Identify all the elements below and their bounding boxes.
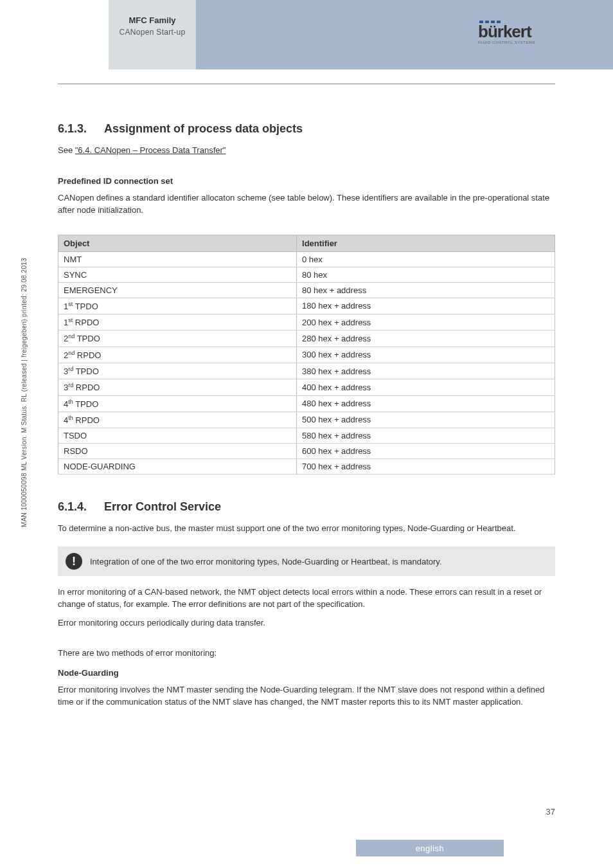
sec614-p1: To determine a non-active bus, the maste… [58, 523, 555, 535]
cell-object: 1st RPDO [58, 314, 297, 330]
section-613-title: Assignment of process data objects [104, 122, 303, 135]
cell-object: 4th TPDO [58, 395, 297, 411]
cell-identifier: 200 hex + address [297, 314, 555, 330]
cell-identifier: 280 hex + address [297, 330, 555, 347]
cell-identifier: 500 hex + address [297, 411, 555, 428]
identifier-table: Object Identifier NMT0 hexSYNC80 hexEMER… [58, 235, 555, 475]
table-header-row: Object Identifier [58, 235, 555, 251]
table-row: 1st TPDO180 hex + address [58, 298, 555, 314]
table-row: NMT0 hex [58, 251, 555, 267]
table-row: EMERGENCY80 hex + address [58, 282, 555, 298]
table-row: 3rd RPDO400 hex + address [58, 379, 555, 395]
cell-object: NODE-GUARDING [58, 459, 297, 475]
cell-identifier: 80 hex [297, 267, 555, 282]
cell-identifier: 600 hex + address [297, 444, 555, 459]
brand-logo: bürkert FLUID CONTROL SYSTEMS [478, 21, 555, 44]
table-row: 2nd TPDO280 hex + address [58, 330, 555, 347]
table-row: 4th RPDO500 hex + address [58, 411, 555, 428]
col-identifier: Identifier [297, 235, 555, 251]
predefined-heading: Predefined ID connection set [58, 176, 555, 186]
table-row: 4th TPDO480 hex + address [58, 395, 555, 411]
page-number: 37 [546, 807, 555, 817]
cell-identifier: 80 hex + address [297, 282, 555, 298]
section-613-heading: 6.1.3.Assignment of process data objects [58, 122, 555, 136]
sec614-p4: There are two methods of error monitorin… [58, 647, 555, 660]
side-meta-text: MAN 1000050098 ML Version: M Status: RL … [21, 258, 28, 527]
section-614-title: Error Control Service [104, 500, 221, 513]
cell-object: NMT [58, 251, 297, 267]
table-row: NODE-GUARDING700 hex + address [58, 459, 555, 475]
notice-box: ! Integration of one of the two error mo… [58, 547, 555, 576]
cell-object: 4th RPDO [58, 411, 297, 428]
cell-identifier: 300 hex + address [297, 347, 555, 363]
table-row: 2nd RPDO300 hex + address [58, 347, 555, 363]
cell-object: RSDO [58, 444, 297, 459]
cell-object: 1st TPDO [58, 298, 297, 314]
cell-object: 2nd RPDO [58, 347, 297, 363]
cell-object: 3rd RPDO [58, 379, 297, 395]
node-guarding-heading: Node-Guarding [58, 668, 555, 678]
cell-object: TSDO [58, 428, 297, 444]
table-row: RSDO600 hex + address [58, 444, 555, 459]
table-row: 3rd TPDO380 hex + address [58, 363, 555, 379]
cell-object: 2nd TPDO [58, 330, 297, 347]
header-left: MFC Family CANopen Start-up [109, 15, 196, 37]
cell-identifier: 700 hex + address [297, 459, 555, 475]
table-row: SYNC80 hex [58, 267, 555, 282]
cell-identifier: 400 hex + address [297, 379, 555, 395]
node-guarding-text: Error monitoring involves the NMT master… [58, 684, 555, 709]
header-divider [58, 84, 555, 84]
logo-word: bürkert [478, 24, 555, 39]
content-area: 6.1.3.Assignment of process data objects… [58, 122, 555, 709]
cell-identifier: 480 hex + address [297, 395, 555, 411]
cell-object: 3rd TPDO [58, 363, 297, 379]
notice-text: Integration of one of the two error moni… [90, 557, 442, 566]
cell-identifier: 0 hex [297, 251, 555, 267]
col-object: Object [58, 235, 297, 251]
cell-identifier: 380 hex + address [297, 363, 555, 379]
see-link[interactable]: "6.4. CANopen – Process Data Transfer" [75, 145, 226, 155]
section-613-number: 6.1.3. [58, 122, 104, 136]
sec614-p2: In error monitoring of a CAN-based netwo… [58, 586, 555, 611]
language-box: english [356, 840, 504, 856]
predefined-text: CANopen defines a standard identifier al… [58, 192, 555, 217]
section-614-heading: 6.1.4.Error Control Service [58, 500, 555, 514]
warning-icon: ! [66, 553, 82, 570]
table-row: TSDO580 hex + address [58, 428, 555, 444]
cell-object: SYNC [58, 267, 297, 282]
see-line: See "6.4. CANopen – Process Data Transfe… [58, 145, 555, 157]
doc-subtitle: CANopen Start-up [109, 28, 196, 37]
table-row: 1st RPDO200 hex + address [58, 314, 555, 330]
sec614-p3: Error monitoring occurs periodically dur… [58, 617, 555, 629]
cell-identifier: 180 hex + address [297, 298, 555, 314]
see-label: See [58, 145, 75, 155]
section-614-number: 6.1.4. [58, 500, 104, 514]
cell-identifier: 580 hex + address [297, 428, 555, 444]
cell-object: EMERGENCY [58, 282, 297, 298]
logo-sub: FLUID CONTROL SYSTEMS [478, 41, 555, 44]
doc-title: MFC Family [109, 15, 196, 25]
